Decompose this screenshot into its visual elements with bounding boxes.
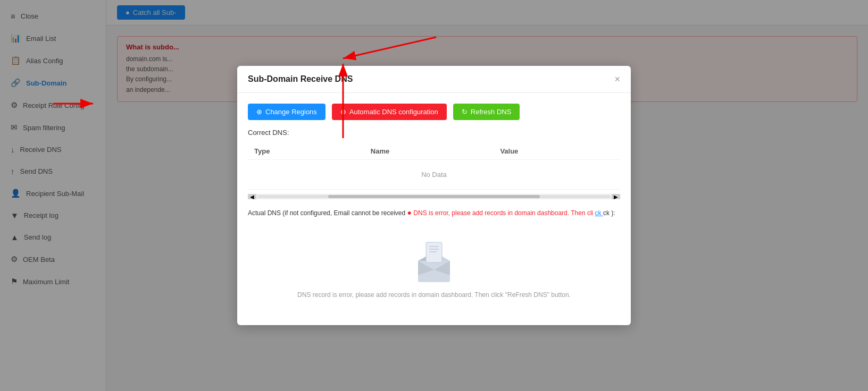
modal-overlay[interactable]: Sub-Domain Receive DNS × ⊕ Change Region… bbox=[106, 0, 868, 391]
modal: Sub-Domain Receive DNS × ⊕ Change Region… bbox=[237, 66, 631, 325]
correct-dns-label: Correct DNS: bbox=[248, 129, 620, 137]
dns-table: Type Name Value No Data bbox=[248, 143, 620, 190]
error-dot: ● bbox=[407, 208, 411, 217]
modal-header: Sub-Domain Receive DNS × bbox=[237, 66, 631, 93]
col-type: Type bbox=[248, 143, 364, 160]
dns-error-text: DNS is error, please add records in doma… bbox=[413, 209, 593, 217]
empty-state-text: DNS record is error, please add records … bbox=[297, 291, 571, 299]
col-value: Value bbox=[494, 143, 620, 160]
scroll-arrow-right[interactable]: ▶ bbox=[612, 194, 620, 199]
modal-title: Sub-Domain Receive DNS bbox=[248, 74, 353, 84]
refresh-dns-icon: ↻ bbox=[462, 108, 468, 116]
table-scroll-bar[interactable]: ◀ ▶ bbox=[248, 194, 620, 199]
change-regions-button[interactable]: ⊕ Change Regions bbox=[248, 104, 326, 120]
no-data-cell: No Data bbox=[248, 160, 620, 190]
modal-close-button[interactable]: × bbox=[614, 74, 620, 84]
auto-dns-button[interactable]: ⊕ Automatic DNS configuration bbox=[332, 104, 447, 120]
main-content: ● Catch all Sub- What is subdo... domain… bbox=[106, 0, 868, 391]
empty-state-icon bbox=[407, 237, 461, 285]
refresh-dns-button[interactable]: ↻ Refresh DNS bbox=[453, 104, 520, 120]
auto-dns-icon: ⊕ bbox=[340, 108, 346, 116]
scroll-track[interactable] bbox=[257, 195, 611, 198]
click-link[interactable]: ck bbox=[595, 209, 603, 217]
modal-body: ⊕ Change Regions ⊕ Automatic DNS configu… bbox=[237, 93, 631, 325]
modal-buttons: ⊕ Change Regions ⊕ Automatic DNS configu… bbox=[248, 104, 620, 120]
scroll-thumb[interactable] bbox=[328, 195, 540, 198]
scroll-arrow-left[interactable]: ◀ bbox=[248, 194, 256, 199]
no-data-row: No Data bbox=[248, 160, 620, 190]
actual-dns-section: Actual DNS (if not configured, Email can… bbox=[248, 207, 620, 218]
change-regions-icon: ⊕ bbox=[256, 108, 262, 116]
svg-rect-5 bbox=[426, 242, 442, 262]
empty-state: DNS record is error, please add records … bbox=[248, 226, 620, 314]
svg-line-10 bbox=[343, 37, 436, 58]
col-name: Name bbox=[364, 143, 494, 160]
